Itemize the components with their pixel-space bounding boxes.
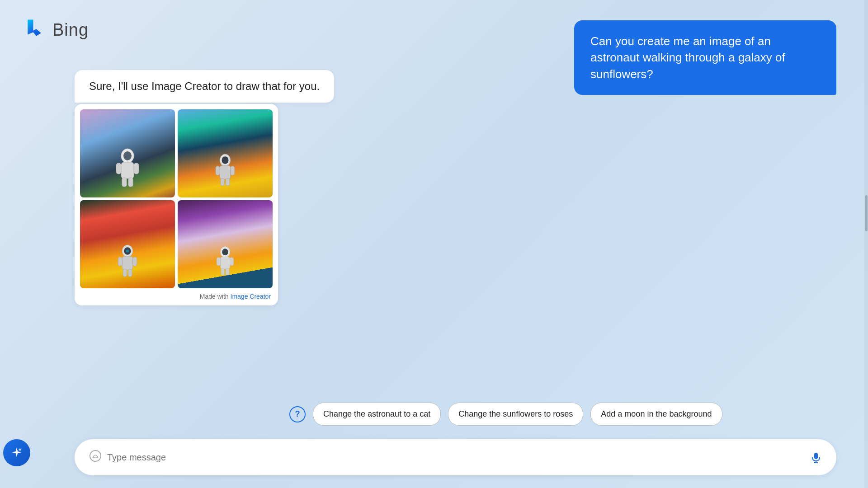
app-title: Bing: [52, 20, 89, 40]
astronaut-figure-2: [214, 152, 236, 188]
svg-rect-4: [122, 178, 127, 187]
suggestion-chip-3[interactable]: Add a moon in the background: [590, 403, 722, 426]
svg-rect-16: [118, 257, 122, 266]
help-icon[interactable]: ?: [289, 406, 306, 422]
svg-rect-1: [121, 162, 134, 178]
svg-rect-8: [220, 165, 230, 179]
image-footer: Made with Image Creator: [80, 293, 273, 300]
sparkle-icon: [10, 446, 24, 460]
microphone-button[interactable]: [807, 448, 826, 467]
bing-chat-button[interactable]: [3, 439, 30, 466]
generated-image-3[interactable]: [80, 200, 175, 288]
bing-logo-icon: [23, 18, 46, 42]
header: Bing: [23, 18, 89, 42]
chat-input-bar: [75, 439, 836, 475]
astronaut-figure-1: [114, 148, 141, 188]
image-card: Made with Image Creator: [75, 104, 278, 305]
user-message-text: Can you create me an image of an astrona…: [590, 34, 785, 81]
svg-rect-18: [123, 269, 127, 277]
svg-point-13: [222, 156, 229, 164]
svg-rect-5: [128, 178, 133, 187]
astronaut-figure-3: [116, 243, 139, 279]
svg-point-30: [90, 450, 101, 461]
chat-text-input[interactable]: [107, 452, 799, 463]
svg-rect-26: [221, 268, 225, 275]
svg-rect-15: [122, 256, 132, 270]
suggestion-chip-1[interactable]: Change the astronaut to a cat: [313, 403, 441, 426]
svg-rect-12: [226, 178, 230, 186]
svg-rect-3: [134, 163, 139, 174]
svg-point-29: [19, 449, 21, 451]
svg-rect-2: [116, 163, 121, 174]
svg-rect-23: [221, 257, 230, 269]
generated-image-1[interactable]: [80, 109, 175, 197]
generated-image-2[interactable]: [178, 109, 273, 197]
svg-rect-32: [814, 453, 818, 459]
message-icon: [89, 450, 102, 465]
generated-image-4[interactable]: [178, 200, 273, 288]
image-footer-prefix: Made with: [200, 293, 231, 300]
assistant-message-text: Sure, I'll use Image Creator to draw tha…: [89, 80, 320, 92]
svg-rect-24: [217, 258, 220, 266]
svg-rect-17: [133, 257, 137, 266]
scrollbar-track[interactable]: [864, 0, 868, 488]
svg-point-28: [222, 249, 228, 255]
suggestion-chip-2[interactable]: Change the sunflowers to roses: [448, 403, 583, 426]
svg-rect-19: [128, 269, 132, 277]
svg-rect-9: [216, 166, 220, 175]
image-creator-link[interactable]: Image Creator: [231, 293, 271, 300]
svg-point-6: [123, 151, 132, 160]
scrollbar-thumb[interactable]: [865, 195, 868, 231]
svg-rect-10: [231, 166, 235, 175]
assistant-message-bubble: Sure, I'll use Image Creator to draw tha…: [75, 70, 334, 103]
suggestions-row: ? Change the astronaut to a cat Change t…: [289, 403, 722, 426]
user-message-bubble: Can you create me an image of an astrona…: [574, 20, 836, 95]
svg-rect-11: [221, 178, 224, 186]
svg-rect-27: [226, 268, 230, 275]
chat-input-area: [85, 450, 799, 465]
astronaut-figure-4: [215, 243, 236, 279]
svg-rect-25: [230, 258, 234, 266]
svg-point-21: [126, 249, 129, 253]
image-grid: [80, 109, 273, 288]
